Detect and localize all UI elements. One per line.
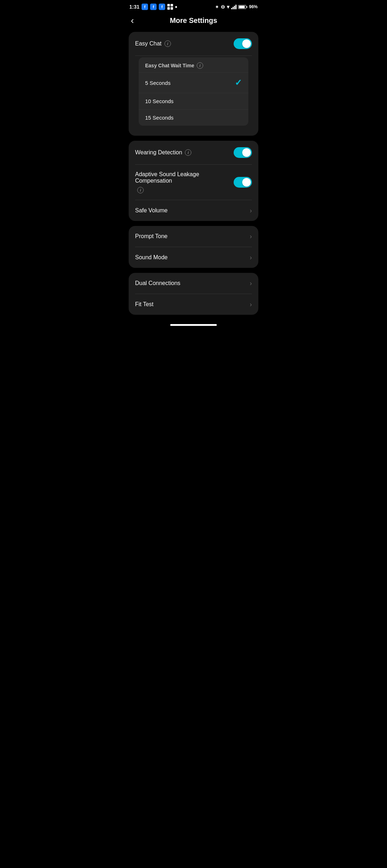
- safe-volume-chevron: ›: [250, 207, 252, 214]
- wearing-detection-row[interactable]: Wearing Detection i: [129, 141, 258, 164]
- home-bar: [170, 324, 217, 326]
- prompt-tone-chevron: ›: [250, 233, 252, 240]
- fit-test-label: Fit Test: [135, 301, 153, 308]
- easy-chat-toggle[interactable]: [234, 38, 252, 49]
- page-title: More Settings: [170, 16, 217, 25]
- wait-time-section: Easy Chat Wait Time i 5 Seconds ✓ 10 Sec…: [129, 57, 258, 136]
- dnd-icon: ⊖: [221, 4, 225, 10]
- prompt-tone-card: Prompt Tone › Sound Mode ›: [129, 226, 258, 268]
- battery-percent: 96%: [249, 4, 258, 9]
- facebook-icon-3: f: [159, 4, 165, 10]
- status-right: ✴ ⊖ ▾ 96%: [215, 4, 258, 10]
- dual-connections-chevron: ›: [250, 280, 252, 287]
- back-icon: ‹: [131, 15, 134, 26]
- wait-time-header: Easy Chat Wait Time i: [139, 57, 248, 72]
- safe-volume-label: Safe Volume: [135, 207, 168, 214]
- wearing-detection-card: Wearing Detection i Adaptive Sound Leaka…: [129, 141, 258, 221]
- dual-connections-label: Dual Connections: [135, 280, 180, 286]
- adaptive-sound-toggle[interactable]: [234, 177, 252, 188]
- option-15-seconds[interactable]: 15 Seconds: [139, 110, 248, 126]
- dual-connections-row[interactable]: Dual Connections ›: [129, 273, 258, 294]
- facebook-icon-2: f: [150, 4, 157, 10]
- check-icon-5s: ✓: [235, 78, 242, 88]
- fit-test-row[interactable]: Fit Test ›: [129, 294, 258, 315]
- easy-chat-info-icon[interactable]: i: [164, 40, 171, 47]
- easy-chat-toggle-knob: [242, 39, 251, 48]
- sound-mode-row[interactable]: Sound Mode ›: [129, 247, 258, 268]
- adaptive-sound-info-icon[interactable]: i: [137, 187, 144, 193]
- wearing-detection-label: Wearing Detection i: [135, 149, 191, 156]
- sound-mode-chevron: ›: [250, 254, 252, 261]
- dual-connections-card: Dual Connections › Fit Test ›: [129, 273, 258, 315]
- status-left: 1:31 f f f: [129, 4, 177, 10]
- easy-chat-divider: [135, 56, 252, 56]
- status-time: 1:31: [129, 4, 139, 10]
- wait-time-info-icon[interactable]: i: [197, 62, 203, 69]
- easy-chat-card: Easy Chat i Easy Chat Wait Time i 5 Seco…: [129, 32, 258, 136]
- top-nav: ‹ More Settings: [124, 12, 263, 32]
- option-5-seconds[interactable]: 5 Seconds ✓: [139, 73, 248, 93]
- sound-mode-label: Sound Mode: [135, 254, 168, 261]
- signal-bars: [231, 5, 236, 9]
- wearing-detection-info-icon[interactable]: i: [185, 149, 191, 156]
- back-button[interactable]: ‹: [131, 15, 134, 26]
- adaptive-sound-label: Adaptive Sound Leakage Compensation i: [135, 171, 228, 193]
- easy-chat-label: Easy Chat i: [135, 40, 171, 47]
- safe-volume-row[interactable]: Safe Volume ›: [129, 200, 258, 221]
- battery-icon: [238, 5, 247, 9]
- bluetooth-icon: ✴: [215, 4, 219, 10]
- wearing-detection-toggle[interactable]: [234, 147, 252, 158]
- prompt-tone-label: Prompt Tone: [135, 233, 167, 240]
- easy-chat-row[interactable]: Easy Chat i: [129, 32, 258, 56]
- status-bar: 1:31 f f f ✴ ⊖ ▾ 96%: [124, 0, 263, 12]
- facebook-icon-1: f: [142, 4, 148, 10]
- adaptive-sound-row[interactable]: Adaptive Sound Leakage Compensation i: [129, 165, 258, 200]
- adaptive-sound-toggle-knob: [242, 178, 251, 187]
- fit-test-chevron: ›: [250, 301, 252, 308]
- prompt-tone-row[interactable]: Prompt Tone ›: [129, 226, 258, 247]
- wearing-detection-toggle-knob: [242, 148, 251, 157]
- grid-icon: [167, 4, 173, 10]
- wifi-icon: ▾: [227, 4, 229, 10]
- dot-indicator: [175, 6, 177, 8]
- home-indicator: [124, 320, 263, 328]
- option-10-seconds[interactable]: 10 Seconds: [139, 93, 248, 109]
- wait-time-sub-card: Easy Chat Wait Time i 5 Seconds ✓ 10 Sec…: [139, 57, 248, 126]
